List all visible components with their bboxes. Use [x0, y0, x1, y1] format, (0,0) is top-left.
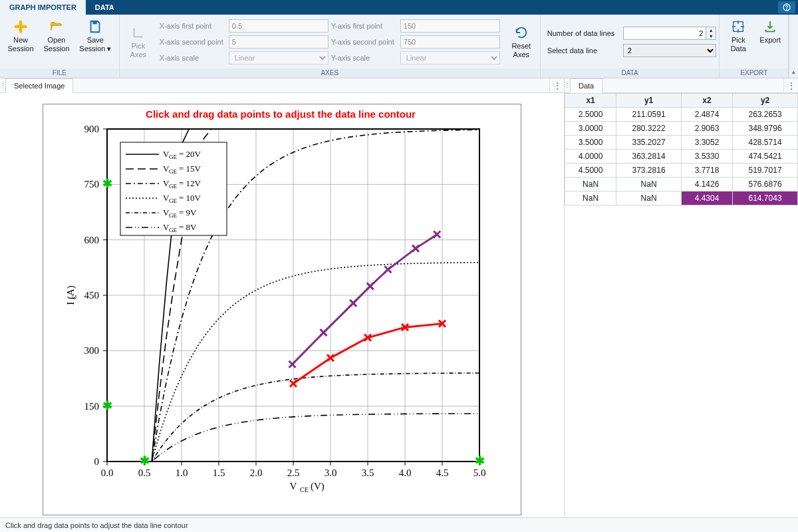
table-cell[interactable]: 3.5330	[681, 150, 732, 164]
toolstrip-collapse-button[interactable]: ▴	[789, 15, 798, 78]
new-session-button[interactable]: New Session	[4, 17, 37, 54]
table-cell[interactable]: NaN	[616, 178, 682, 192]
table-cell[interactable]: 348.9796	[733, 122, 798, 136]
dock-handle-right[interactable]: ⋮	[565, 78, 570, 92]
folder-open-icon	[49, 19, 65, 35]
table-cell[interactable]: NaN	[565, 178, 616, 192]
pick-axes-button[interactable]: Pick Axes	[124, 23, 153, 60]
spinner-down-icon[interactable]: ▼	[706, 33, 715, 39]
doc-tab-data[interactable]: Data	[570, 78, 602, 93]
hint-text: Click and drag data points to adjust the…	[54, 108, 507, 120]
svg-text:C: C	[70, 295, 78, 299]
help-button[interactable]	[778, 1, 795, 13]
table-cell[interactable]: 4.5000	[565, 164, 616, 178]
image-pane: Click and drag data points to adjust the…	[0, 93, 564, 517]
y1-input[interactable]	[400, 19, 500, 33]
ys-select[interactable]: Linear	[400, 51, 500, 65]
table-cell[interactable]: 263.2653	[733, 108, 798, 122]
table-cell[interactable]: 373.2816	[616, 164, 682, 178]
section-file: New Session Open Session Save Session ▾ …	[0, 15, 120, 78]
data-pane: x1y1x2y22.5000211.05912.4874263.26533.00…	[564, 93, 798, 517]
dock-handle-left[interactable]: ⋮	[0, 78, 5, 92]
svg-text:450: 450	[84, 290, 100, 301]
svg-text:= 10V: = 10V	[179, 193, 201, 203]
numlines-spinner[interactable]: ▲▼	[623, 27, 716, 40]
svg-text:4.5: 4.5	[436, 467, 449, 478]
table-cell[interactable]: 3.5000	[565, 136, 616, 150]
svg-text:✱: ✱	[475, 454, 485, 467]
table-row[interactable]: NaNNaN4.4304614.7043	[565, 192, 798, 205]
table-header[interactable]: x2	[681, 94, 732, 108]
table-cell[interactable]: 3.0000	[565, 122, 616, 136]
data-table[interactable]: x1y1x2y22.5000211.05912.4874263.26533.00…	[565, 93, 798, 205]
open-session-button[interactable]: Open Session	[40, 17, 73, 54]
export-button[interactable]: Export	[755, 17, 785, 46]
spinner-up-icon[interactable]: ▲	[706, 27, 715, 33]
section-label-axes: AXES	[120, 68, 540, 78]
svg-text:= 15V: = 15V	[179, 164, 201, 174]
table-cell[interactable]: 335.2027	[616, 136, 682, 150]
table-cell[interactable]: 211.0591	[616, 108, 682, 122]
table-cell[interactable]: 614.7043	[733, 192, 798, 205]
section-data: Number of data lines ▲▼ Select data line…	[541, 15, 720, 78]
plot-area[interactable]: 0.00.51.01.52.02.53.03.54.04.55.00150300…	[54, 122, 506, 501]
svg-text:3.0: 3.0	[325, 467, 337, 478]
pick-data-button[interactable]: Pick Data	[724, 17, 753, 54]
section-export: Pick Data Export EXPORT	[720, 15, 789, 78]
reset-axes-button[interactable]: Reset Axes	[507, 23, 536, 60]
table-cell[interactable]: 4.0000	[565, 150, 616, 164]
x1-input[interactable]	[229, 19, 329, 33]
table-cell[interactable]: 2.5000	[565, 108, 616, 122]
table-header[interactable]: y2	[733, 94, 798, 108]
y2-input[interactable]	[400, 35, 500, 49]
help-icon	[783, 3, 791, 11]
numlines-input[interactable]	[624, 27, 706, 39]
svg-text:= 20V: = 20V	[179, 149, 201, 159]
table-row[interactable]: 2.5000211.05912.4874263.2653	[565, 108, 798, 122]
table-row[interactable]: 4.0000363.28143.5330474.5421	[565, 150, 798, 164]
doc-tab-selected-image[interactable]: Selected Image	[5, 78, 73, 93]
svg-text:(V): (V)	[311, 481, 325, 492]
tab-data[interactable]: DATA	[86, 0, 124, 15]
table-cell[interactable]: 428.5714	[733, 136, 798, 150]
doc-menu-left[interactable]: ⋮	[549, 78, 564, 92]
table-cell[interactable]: 280.3222	[616, 122, 682, 136]
y2-label: Y-axis second point	[331, 38, 398, 46]
select-line-dropdown[interactable]: 2	[623, 44, 716, 57]
svg-text:GE: GE	[169, 168, 177, 175]
table-cell[interactable]: 4.1426	[681, 178, 732, 192]
table-row[interactable]: NaNNaN4.1426576.6876	[565, 178, 798, 192]
table-row[interactable]: 3.5000335.20273.3052428.5714	[565, 136, 798, 150]
doc-menu-right[interactable]: ⋮	[783, 78, 798, 92]
x2-label: X-axis second point	[160, 38, 226, 46]
table-cell[interactable]: 519.7017	[733, 164, 798, 178]
svg-text:0.5: 0.5	[138, 467, 151, 478]
xs-label: X-axis scale	[160, 54, 226, 62]
table-row[interactable]: 3.0000280.32222.9063348.9796	[565, 122, 798, 136]
table-cell[interactable]: 2.9063	[681, 122, 732, 136]
table-cell[interactable]: NaN	[565, 192, 616, 205]
svg-text:GE: GE	[169, 212, 177, 219]
table-cell[interactable]: 363.2814	[616, 150, 682, 164]
table-cell[interactable]: NaN	[616, 192, 682, 205]
table-header[interactable]: x1	[565, 94, 616, 108]
svg-text:= 12V: = 12V	[179, 178, 201, 188]
svg-text:GE: GE	[169, 198, 177, 204]
reset-icon	[513, 25, 529, 41]
table-cell[interactable]: 576.6876	[733, 178, 798, 192]
table-cell[interactable]: 3.7718	[681, 164, 732, 178]
table-header[interactable]: y1	[616, 94, 682, 108]
main-area: Click and drag data points to adjust the…	[0, 93, 798, 517]
svg-text:600: 600	[84, 235, 100, 245]
table-cell[interactable]: 3.3052	[681, 136, 732, 150]
table-row[interactable]: 4.5000373.28163.7718519.7017	[565, 164, 798, 178]
save-session-button[interactable]: Save Session ▾	[76, 17, 115, 54]
x2-input[interactable]	[229, 35, 329, 49]
xs-select[interactable]: Linear	[229, 51, 329, 65]
tab-graph-importer[interactable]: GRAPH IMPORTER	[0, 0, 86, 15]
svg-text:900: 900	[84, 124, 100, 134]
table-cell[interactable]: 474.5421	[733, 150, 798, 164]
table-cell[interactable]: 2.4874	[681, 108, 732, 122]
table-cell[interactable]: 4.4304	[681, 192, 732, 205]
svg-text:GE: GE	[169, 183, 177, 190]
